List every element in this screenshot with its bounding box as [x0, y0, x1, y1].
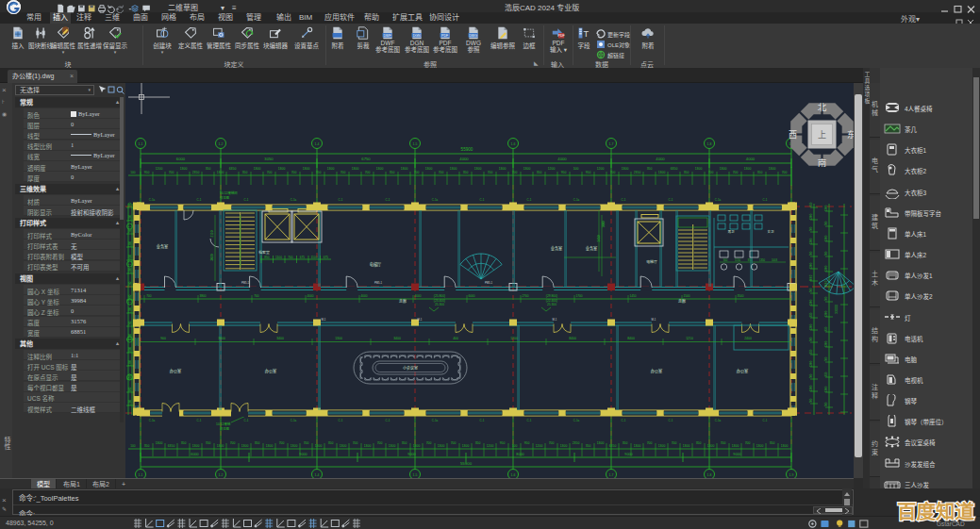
svg-text:3050: 3050: [264, 157, 274, 161]
svg-text:1300: 1300: [364, 444, 372, 448]
svg-text:C-1: C-1: [244, 419, 249, 422]
svg-text:350: 350: [181, 441, 187, 445]
svg-text:350: 350: [316, 171, 322, 174]
svg-text:详见图: 详见图: [220, 195, 230, 200]
svg-text:675: 675: [324, 256, 329, 259]
svg-text:1-5: 1-5: [413, 142, 418, 146]
svg-text:1300: 1300: [376, 167, 384, 171]
svg-text:700: 700: [708, 171, 714, 174]
svg-text:DWF: DWF: [384, 34, 392, 38]
svg-text:1300: 1300: [824, 386, 828, 392]
svg-text:1300: 1300: [254, 167, 261, 171]
svg-text:55900: 55900: [461, 147, 473, 152]
svg-text:M-1: M-1: [418, 318, 423, 322]
svg-text:3800: 3800: [218, 337, 225, 340]
svg-text:700: 700: [809, 288, 813, 292]
svg-text:350: 350: [809, 349, 813, 354]
svg-text:C-1a: C-1a: [291, 419, 297, 422]
svg-text:1300: 1300: [192, 444, 200, 448]
svg-text:1350: 1350: [759, 258, 766, 262]
svg-text:700: 700: [824, 251, 828, 256]
svg-text:档案室: 档案室: [258, 250, 270, 255]
svg-text:C-1: C-1: [622, 198, 626, 202]
svg-text:350: 350: [475, 441, 481, 445]
svg-text:1300: 1300: [809, 238, 813, 244]
svg-text:业务室: 业务室: [551, 245, 563, 252]
svg-text:T: T: [583, 29, 589, 39]
svg-text:850: 850: [264, 256, 270, 259]
svg-text:1300: 1300: [217, 171, 224, 174]
svg-text:900: 900: [128, 294, 132, 299]
svg-text:4000: 4000: [307, 294, 313, 298]
svg-text:700: 700: [254, 294, 259, 298]
svg-text:100: 100: [512, 444, 518, 448]
svg-text:1003: 1003: [772, 258, 778, 262]
svg-text:9000: 9000: [624, 453, 632, 456]
svg-text:350: 350: [824, 372, 828, 376]
svg-text:700: 700: [549, 441, 555, 445]
svg-text:小会议室: 小会议室: [403, 365, 418, 371]
svg-text:700: 700: [439, 171, 444, 174]
svg-text:350: 350: [684, 171, 689, 174]
svg-text:6000: 6000: [468, 294, 474, 298]
svg-text:700: 700: [377, 441, 383, 445]
svg-text:4000: 4000: [557, 157, 567, 161]
svg-text:(25.800): (25.800): [434, 294, 445, 298]
svg-text:1200: 1200: [510, 337, 518, 340]
svg-text:间见图: 间见图: [220, 426, 230, 431]
svg-text:PM5-1: PM5-1: [374, 281, 383, 285]
svg-text:C-1a: C-1a: [573, 198, 580, 202]
svg-text:6000: 6000: [191, 453, 198, 456]
svg-text:电梯厅: 电梯厅: [646, 259, 657, 264]
svg-text:2700: 2700: [522, 294, 528, 298]
svg-text:2350: 2350: [634, 171, 641, 174]
svg-text:办公室: 办公室: [651, 368, 663, 374]
svg-text:1300: 1300: [809, 360, 813, 367]
svg-text:1300: 1300: [217, 444, 224, 448]
svg-text:1300: 1300: [128, 359, 132, 366]
svg-text:6750: 6750: [361, 157, 371, 161]
svg-text:业务室: 业务室: [157, 243, 169, 250]
svg-text:700: 700: [230, 441, 236, 445]
svg-text:350: 350: [809, 202, 813, 207]
svg-text:1300: 1300: [824, 265, 828, 272]
svg-text:1-4: 1-4: [315, 142, 320, 146]
svg-text:电梯厅: 电梯厅: [370, 261, 382, 268]
svg-text:1300: 1300: [769, 167, 776, 171]
svg-text:1200: 1200: [597, 167, 605, 171]
svg-text:1300: 1300: [335, 337, 342, 340]
svg-text:700: 700: [721, 441, 726, 445]
svg-text:1300: 1300: [291, 444, 298, 448]
svg-text:850: 850: [748, 258, 753, 262]
svg-text:1300: 1300: [560, 444, 568, 448]
svg-text:C-1a: C-1a: [432, 198, 439, 202]
svg-text:1300: 1300: [634, 444, 641, 448]
svg-text:700: 700: [672, 441, 677, 445]
svg-text:PM5-1: PM5-1: [241, 281, 250, 285]
svg-text:2000: 2000: [128, 346, 132, 353]
svg-text:办公室: 办公室: [737, 368, 749, 374]
svg-text:1300: 1300: [474, 167, 482, 171]
svg-text:1300: 1300: [128, 267, 132, 273]
svg-text:东: 东: [847, 129, 854, 140]
svg-text:C-1a: C-1a: [573, 419, 580, 422]
svg-text:1300: 1300: [266, 444, 274, 448]
svg-text:700: 700: [809, 337, 813, 341]
svg-text:9000: 9000: [299, 453, 307, 456]
svg-text:350: 350: [144, 444, 150, 448]
svg-text:1300: 1300: [438, 444, 445, 448]
svg-text:1300: 1300: [658, 444, 666, 448]
svg-text:C-1: C-1: [763, 419, 768, 422]
svg-text:6002: 6002: [809, 274, 813, 281]
svg-text:DWG: DWG: [469, 34, 477, 38]
svg-text:1300: 1300: [413, 444, 421, 448]
svg-text:1200: 1200: [128, 306, 132, 313]
svg-text:M-1: M-1: [553, 318, 557, 322]
svg-text:700: 700: [824, 221, 828, 225]
svg-text:700: 700: [809, 373, 813, 378]
svg-text:1-7: 1-7: [609, 473, 614, 477]
svg-text:675: 675: [300, 256, 306, 259]
svg-text:350: 350: [242, 171, 248, 174]
svg-text:6350: 6350: [609, 444, 617, 448]
svg-text:350: 350: [255, 441, 260, 445]
